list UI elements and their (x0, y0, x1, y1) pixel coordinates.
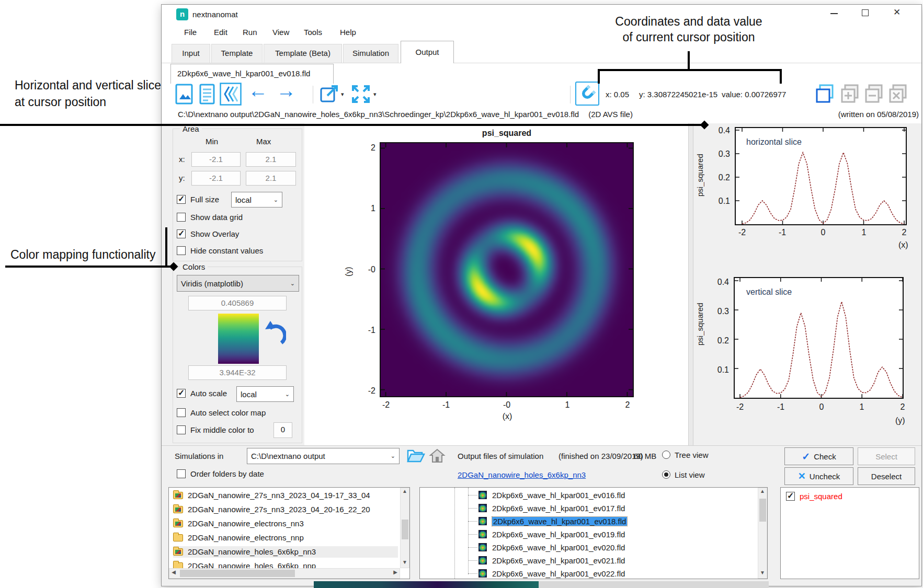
hslice-y-tick: 0.4 (712, 126, 730, 135)
previous-arrow-icon[interactable]: ← (248, 79, 268, 102)
scrollbar-thumb[interactable] (759, 499, 766, 522)
image-view-icon[interactable] (175, 84, 193, 105)
simulation-link[interactable]: 2DGaN_nanowire_holes_6x6kp_nn3 (458, 470, 586, 479)
y-min-field[interactable]: -2.1 (191, 171, 241, 186)
folder-item-selected[interactable]: 2DGaN_nanowire_holes_6x6kp_nn3 (173, 546, 398, 558)
close-icon[interactable]: ✕ (893, 7, 901, 18)
scroll-right-icon[interactable]: ▶ (391, 569, 400, 578)
add-tab-icon[interactable] (840, 84, 860, 103)
chevron-down-icon: ⌄ (274, 197, 278, 203)
x-min-field[interactable]: -2.1 (191, 152, 241, 167)
export-icon[interactable] (319, 84, 340, 105)
colorbar-min-field[interactable]: 3.944E-32 (188, 365, 287, 380)
file-item[interactable]: 2Dkp6x6_wave_hl_kpar001_ev022.fld (478, 568, 625, 579)
order-folders-checkbox[interactable] (177, 469, 186, 478)
full-size-checkbox[interactable] (177, 195, 186, 204)
scroll-down-icon[interactable]: ▼ (401, 559, 409, 568)
expand-caret-icon[interactable]: ▾ (373, 91, 377, 98)
vslice-x-tick: 1 (856, 402, 868, 412)
fix-middle-color-field[interactable]: 0 (274, 422, 292, 438)
menu-edit[interactable]: Edit (214, 28, 227, 37)
screenshot-page: n nextnanomat ✕ File Edit Run View Tools… (0, 0, 923, 588)
colorbar-max-field[interactable]: 0.405869 (188, 296, 287, 310)
deselect-button[interactable]: Deselect (858, 467, 915, 485)
tree-view-radio[interactable] (662, 451, 670, 459)
file-item[interactable]: 2Dkp6x6_wave_hl_kpar001_ev019.fld (478, 529, 625, 540)
full-size-mode-dropdown[interactable]: local⌄ (231, 192, 282, 207)
tab-template[interactable]: Template (211, 44, 263, 63)
colormap-dropdown[interactable]: Viridis (matplotlib)⌄ (177, 275, 299, 292)
auto-scale-mode-dropdown[interactable]: local⌄ (236, 386, 294, 402)
menu-help[interactable]: Help (340, 28, 356, 37)
tab-input[interactable]: Input (172, 44, 210, 63)
auto-select-colormap-checkbox[interactable] (177, 408, 186, 417)
menu-run[interactable]: Run (243, 28, 257, 37)
menu-view[interactable]: View (272, 28, 289, 37)
annotation-line (5, 266, 170, 268)
vertical-scrollbar[interactable]: ▲ ▼ (758, 488, 767, 579)
folder-item[interactable]: 2DGaN_nanowire_electrons_nnp (173, 532, 398, 544)
minimize-icon[interactable] (830, 13, 838, 14)
dataset-checkbox[interactable] (786, 492, 795, 501)
file-item[interactable]: 2Dkp6x6_wave_hl_kpar001_ev017.fld (478, 503, 625, 514)
tab-simulation[interactable]: Simulation (343, 44, 398, 63)
scrollbar-thumb[interactable] (180, 570, 295, 577)
file-thumbnail-icon (478, 517, 487, 525)
uncheck-button[interactable]: ✕Uncheck (784, 467, 853, 485)
list-view-radio[interactable] (662, 470, 670, 479)
show-data-grid-checkbox[interactable] (177, 213, 186, 222)
magnet-snap-icon[interactable] (575, 82, 599, 106)
dataset-label[interactable]: psi_squared (800, 492, 842, 501)
tab-output[interactable]: Output (401, 41, 454, 63)
remove-tab-icon[interactable] (864, 84, 884, 103)
tab-template-beta[interactable]: Template (Beta) (264, 44, 342, 63)
horizontal-scrollbar[interactable]: ◀ ▶ (169, 568, 400, 579)
y-max-field[interactable]: 2.1 (246, 171, 296, 186)
tree-guide (468, 573, 477, 574)
check-button[interactable]: ✓Check (784, 447, 853, 465)
file-item-selected[interactable]: 2Dkp6x6_wave_hl_kpar001_ev018.fld (478, 516, 627, 527)
select-button[interactable]: Select (858, 447, 915, 465)
file-thumbnail-icon (478, 569, 487, 578)
folder-icon (173, 548, 183, 556)
menu-file[interactable]: File (184, 28, 197, 37)
vslice-x-tick: 0 (815, 402, 828, 412)
hslice-x-tick: -1 (776, 228, 789, 237)
file-item[interactable]: 2Dkp6x6_wave_hl_kpar001_ev021.fld (478, 555, 625, 567)
scroll-up-icon[interactable]: ▲ (758, 488, 767, 497)
home-icon[interactable] (429, 447, 446, 464)
multi-slice-icon[interactable] (220, 83, 242, 106)
file-item[interactable]: 2Dkp6x6_wave_hl_kpar001_ev016.fld (478, 490, 625, 501)
folder-item[interactable]: 2DGaN_nanowire_27s_nn3_2023_04_20-16_22_… (173, 504, 398, 515)
maximize-icon[interactable] (862, 9, 869, 16)
duplicate-tab-icon[interactable] (815, 84, 835, 103)
simulation-root-dropdown[interactable]: C:\D\nextnano output⌄ (247, 448, 400, 464)
scroll-left-icon[interactable]: ◀ (169, 569, 178, 578)
expand-icon[interactable] (350, 84, 371, 105)
x-max-field[interactable]: 2.1 (246, 152, 296, 167)
vertical-scrollbar[interactable]: ▲ ▼ (400, 488, 409, 568)
folder-item[interactable]: 2DGaN_nanowire_27s_nn3_2023_04_19-17_33_… (173, 490, 398, 501)
file-thumbnail-icon (478, 543, 487, 551)
scroll-up-icon[interactable]: ▲ (401, 488, 409, 497)
open-folder-icon[interactable] (406, 447, 425, 464)
scroll-down-icon[interactable]: ▼ (758, 570, 767, 578)
show-overlay-checkbox[interactable] (177, 229, 186, 238)
finished-date-label: (finished on 23/09/2019) (559, 452, 643, 460)
hide-constant-checkbox[interactable] (177, 246, 186, 255)
export-caret-icon[interactable]: ▾ (341, 91, 344, 98)
auto-scale-checkbox[interactable] (177, 389, 186, 398)
file-item[interactable]: 2Dkp6x6_wave_hl_kpar001_ev020.fld (478, 542, 625, 554)
fix-middle-color-checkbox[interactable] (177, 425, 186, 434)
heatmap-plot[interactable] (380, 142, 634, 397)
invert-colormap-icon[interactable] (264, 320, 286, 346)
folder-item[interactable]: 2DGaN_nanowire_electrons_nn3 (173, 518, 398, 529)
text-view-icon[interactable] (199, 84, 215, 105)
close-tab-icon[interactable] (888, 84, 908, 103)
y-tick-label: -1 (360, 326, 375, 335)
scrollbar-thumb[interactable] (402, 520, 408, 539)
next-arrow-icon[interactable]: → (276, 79, 296, 102)
menu-tools[interactable]: Tools (304, 28, 322, 37)
vslice-y-tick: 0.3 (711, 307, 729, 316)
panel-splitter[interactable] (688, 123, 693, 445)
